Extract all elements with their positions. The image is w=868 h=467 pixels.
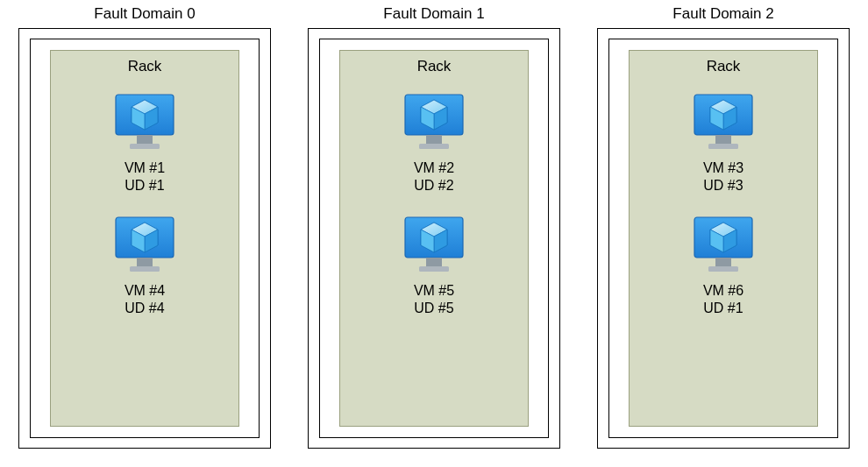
- svg-rect-15: [426, 135, 442, 144]
- svg-rect-30: [708, 144, 738, 149]
- rack-label: Rack: [707, 58, 741, 75]
- vm-label: VM #3: [703, 159, 743, 177]
- vm-cube-monitor-icon: [400, 214, 468, 277]
- rack-box: Rack: [50, 50, 239, 427]
- svg-rect-37: [708, 266, 738, 272]
- svg-rect-36: [715, 258, 731, 266]
- fd-inner-box: Rack VM #2: [319, 39, 549, 438]
- vm-block: VM #6 UD #1: [689, 214, 758, 317]
- ud-label: UD #2: [414, 177, 453, 195]
- vm-label: VM #4: [125, 282, 165, 300]
- fd-outer-box: Rack VM #2: [308, 28, 560, 449]
- fault-domain-1: Fault Domain 1 Rack: [307, 5, 561, 449]
- fd-outer-box: Rack: [18, 28, 271, 449]
- svg-rect-2: [130, 144, 160, 149]
- svg-rect-9: [130, 266, 160, 272]
- ud-label: UD #4: [125, 300, 164, 317]
- vm-block: VM #3 UD #3: [689, 91, 758, 195]
- vm-label: VM #2: [414, 159, 454, 177]
- ud-label: UD #5: [414, 300, 453, 317]
- vm-block: VM #1 UD #1: [110, 91, 179, 195]
- svg-rect-1: [137, 135, 153, 144]
- vm-block: VM #4 UD #4: [110, 214, 179, 317]
- vm-label: VM #5: [414, 282, 454, 300]
- rack-box: Rack VM #2: [339, 50, 529, 427]
- vm-block: VM #5 UD #5: [400, 214, 468, 317]
- fd-inner-box: Rack VM #3: [608, 39, 838, 438]
- fault-domain-2: Fault Domain 2 Rack: [596, 5, 850, 449]
- vm-cube-monitor-icon: [689, 214, 758, 277]
- vm-cube-monitor-icon: [110, 214, 179, 277]
- vm-cube-monitor-icon: [689, 91, 758, 154]
- fd-outer-box: Rack VM #3: [597, 28, 850, 449]
- rack-label: Rack: [417, 58, 452, 75]
- svg-rect-8: [137, 258, 153, 266]
- diagram-canvas: Fault Domain 0 Rack: [0, 0, 868, 467]
- fault-domain-title: Fault Domain 0: [94, 5, 195, 23]
- fault-domain-title: Fault Domain 1: [383, 5, 484, 23]
- ud-label: UD #3: [703, 177, 743, 195]
- svg-rect-29: [715, 135, 731, 144]
- fault-domain-title: Fault Domain 2: [672, 5, 773, 23]
- vm-cube-monitor-icon: [400, 91, 468, 154]
- svg-rect-23: [419, 266, 449, 272]
- rack-box: Rack VM #3: [629, 50, 818, 427]
- vm-label: VM #6: [703, 282, 743, 300]
- svg-rect-22: [426, 258, 442, 266]
- fault-domain-row: Fault Domain 0 Rack: [0, 5, 868, 449]
- rack-label: Rack: [128, 58, 162, 75]
- fault-domain-0: Fault Domain 0 Rack: [18, 5, 272, 449]
- vm-cube-monitor-icon: [110, 91, 179, 154]
- vm-label: VM #1: [125, 159, 165, 177]
- svg-rect-16: [419, 144, 449, 149]
- ud-label: UD #1: [125, 177, 164, 195]
- vm-block: VM #2 UD #2: [400, 91, 468, 195]
- ud-label: UD #1: [703, 300, 743, 317]
- fd-inner-box: Rack: [30, 39, 260, 438]
